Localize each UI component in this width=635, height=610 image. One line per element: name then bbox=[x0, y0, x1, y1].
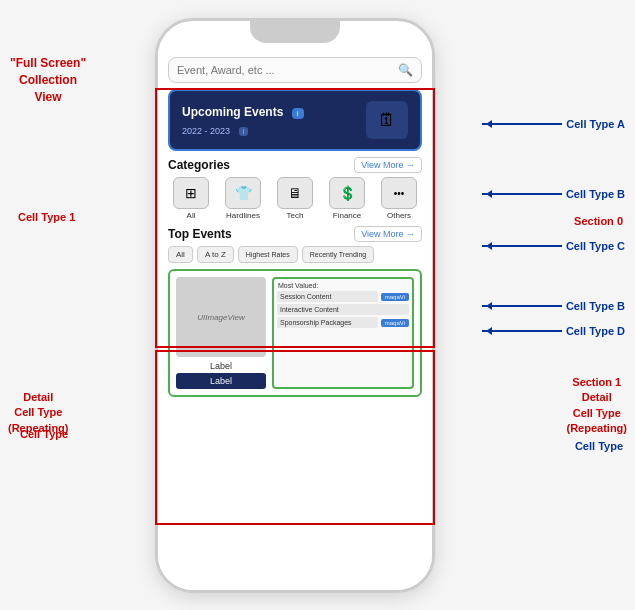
interactive-content-label: Interactive Content bbox=[277, 304, 409, 315]
detail-right: Most Valued: Session Content maqaVi Inte… bbox=[272, 277, 414, 389]
cell-type-right-annotation: Cell Type bbox=[575, 440, 623, 452]
cell-type-a-label: Cell Type A bbox=[566, 118, 625, 130]
category-row: ⊞ All 👕 Hardlines 🖥 Tech 💲 Finance ••• O… bbox=[168, 177, 422, 220]
phone-notch bbox=[250, 21, 340, 43]
phone-content: 🔍 Upcoming Events i 2022 - 2023 i 🗓 Cate… bbox=[158, 49, 432, 590]
search-icon: 🔍 bbox=[398, 63, 413, 77]
category-finance-icon: 💲 bbox=[329, 177, 365, 209]
cell-type-1-label: Cell Type 1 bbox=[18, 210, 75, 224]
categories-view-more[interactable]: View More → bbox=[354, 157, 422, 173]
filter-row: All A to Z Highest Rates Recently Trendi… bbox=[168, 246, 422, 263]
session-content-label: Session Content bbox=[277, 291, 378, 302]
detail-item-interactive: Interactive Content bbox=[274, 303, 412, 316]
cell-type-c-annotation: Cell Type C bbox=[482, 240, 625, 252]
category-tech-icon: 🖥 bbox=[277, 177, 313, 209]
detail-section: UIImageView Label Label Most Valued: Ses… bbox=[168, 269, 422, 397]
category-others[interactable]: ••• Others bbox=[381, 177, 417, 220]
category-all-label: All bbox=[187, 211, 196, 220]
sponsorship-badge: maqaVi bbox=[381, 319, 409, 327]
banner-title: Upcoming Events i bbox=[182, 102, 304, 120]
cell-type-d-label: Cell Type D bbox=[566, 325, 625, 337]
cell-type-b2-label: Cell Type B bbox=[566, 300, 625, 312]
detail-label1: Label bbox=[176, 361, 266, 371]
cell-type-left-annotation: Cell Type bbox=[20, 428, 68, 440]
category-hardlines-label: Hardlines bbox=[226, 211, 260, 220]
category-all-icon: ⊞ bbox=[173, 177, 209, 209]
search-bar[interactable]: 🔍 bbox=[168, 57, 422, 83]
banner-left: Upcoming Events i 2022 - 2023 i bbox=[182, 102, 304, 138]
category-all[interactable]: ⊞ All bbox=[173, 177, 209, 220]
cell-type-b2-annotation: Cell Type B bbox=[482, 300, 625, 312]
category-others-icon: ••• bbox=[381, 177, 417, 209]
filter-atoz[interactable]: A to Z bbox=[197, 246, 234, 263]
top-events-title: Top Events bbox=[168, 227, 232, 241]
cell-type-a-annotation: Cell Type A bbox=[482, 118, 625, 130]
cell-type-b1-label: Cell Type B bbox=[566, 188, 625, 200]
category-tech[interactable]: 🖥 Tech bbox=[277, 177, 313, 220]
filter-trending[interactable]: Recently Trending bbox=[302, 246, 374, 263]
section0-annotation: Section 0 bbox=[574, 215, 623, 227]
category-finance-label: Finance bbox=[333, 211, 361, 220]
filter-all[interactable]: All bbox=[168, 246, 193, 263]
search-input[interactable] bbox=[177, 64, 398, 76]
detail-right-box: Most Valued: Session Content maqaVi Inte… bbox=[272, 277, 414, 389]
ui-image-view: UIImageView bbox=[176, 277, 266, 357]
top-events-header: Top Events View More → bbox=[168, 226, 422, 242]
detail-label2: Label bbox=[176, 373, 266, 389]
sponsorship-label: Sponsorship Packages bbox=[277, 317, 378, 328]
category-finance[interactable]: 💲 Finance bbox=[329, 177, 365, 220]
cell-type-b1-annotation: Cell Type B bbox=[482, 188, 625, 200]
cell-type-c-label: Cell Type C bbox=[566, 240, 625, 252]
cell-type-d-annotation: Cell Type D bbox=[482, 325, 625, 337]
detail-item-sponsorship: Sponsorship Packages maqaVi bbox=[274, 316, 412, 329]
fullscreen-label: "Full Screen" Collection View bbox=[10, 55, 86, 105]
section1-right-label: Section 1DetailCell Type(Repeating) bbox=[567, 375, 628, 437]
phone-shell: 🔍 Upcoming Events i 2022 - 2023 i 🗓 Cate… bbox=[155, 18, 435, 593]
category-hardlines[interactable]: 👕 Hardlines bbox=[225, 177, 261, 220]
upcoming-events-banner[interactable]: Upcoming Events i 2022 - 2023 i 🗓 bbox=[168, 89, 422, 151]
detail-left: UIImageView Label Label bbox=[176, 277, 266, 389]
detail-item-session: Session Content maqaVi bbox=[274, 290, 412, 303]
top-events-view-more[interactable]: View More → bbox=[354, 226, 422, 242]
filter-highest[interactable]: Highest Rates bbox=[238, 246, 298, 263]
category-hardlines-icon: 👕 bbox=[225, 177, 261, 209]
most-valued-label: Most Valued: bbox=[274, 279, 412, 290]
category-tech-label: Tech bbox=[287, 211, 304, 220]
category-others-label: Others bbox=[387, 211, 411, 220]
session-content-badge: maqaVi bbox=[381, 293, 409, 301]
banner-subtitle: 2022 - 2023 i bbox=[182, 120, 304, 138]
categories-title: Categories bbox=[168, 158, 230, 172]
banner-calendar-icon: 🗓 bbox=[366, 101, 408, 139]
categories-header: Categories View More → bbox=[168, 157, 422, 173]
